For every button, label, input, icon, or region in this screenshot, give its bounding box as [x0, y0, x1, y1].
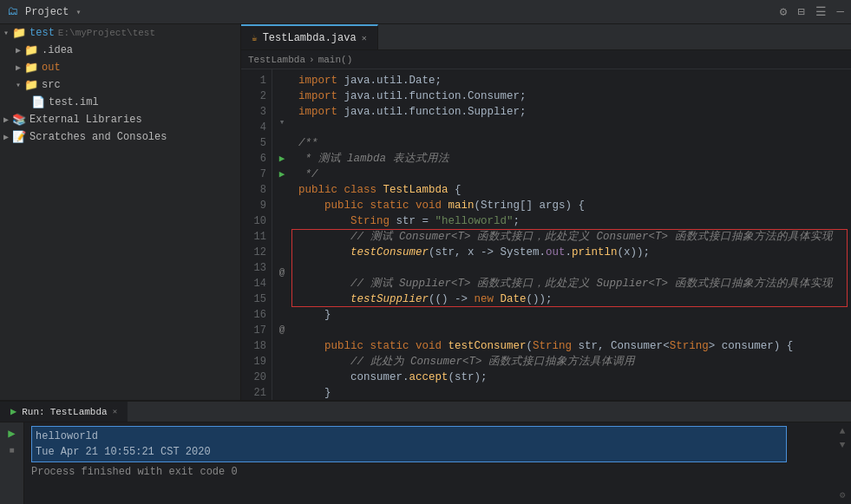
scroll-up-icon[interactable]: ▲ — [840, 426, 846, 436]
line-number-11: 11 — [250, 229, 266, 245]
console-highlighted-block: helloworld Tue Apr 21 10:55:21 CST 2020 — [31, 426, 827, 462]
expand-arrow-idea: ▶ — [16, 45, 21, 56]
line-number-21: 21 — [250, 385, 266, 400]
expand-arrow-ext: ▶ — [3, 115, 9, 125]
code-line-1: import java.util.Date; — [298, 73, 844, 88]
sidebar-label-out: out — [42, 62, 61, 74]
line-number-16: 16 — [250, 307, 266, 323]
code-line-20: consumer.accept(str); — [298, 370, 844, 385]
sidebar-item-external-libraries[interactable]: ▶ 📚 External Libraries — [0, 111, 240, 128]
console-right-panel: ▲ ▼ ⚙ — [834, 422, 851, 504]
code-line-3: import java.util.function.Supplier; — [298, 104, 844, 120]
editor-area: ☕ TestLambda.java ✕ TestLambda › main() … — [241, 24, 851, 400]
run-gutter-icon[interactable]: ▶ — [279, 151, 285, 167]
code-line-4 — [298, 120, 844, 135]
gutter-icons: ▾▶▶@@ — [272, 69, 291, 400]
breadcrumb-class[interactable]: TestLambda — [248, 55, 305, 65]
scroll-down-icon[interactable]: ▼ — [840, 440, 846, 450]
breadcrumb-bar: TestLambda › main() — [241, 50, 851, 69]
bottom-content: ▶ ■ helloworld Tue Apr 21 10:55:21 CST 2… — [0, 422, 851, 504]
exit-message: Process finished with exit code 0 — [31, 464, 827, 480]
expand-arrow-out: ▶ — [16, 62, 21, 73]
line-number-14: 14 — [250, 276, 266, 291]
sidebar-item-out[interactable]: ▶ 📁 out — [0, 59, 240, 76]
title-bar-icons: ⚙ ⊟ ☰ — — [780, 4, 844, 19]
line-number-19: 19 — [250, 354, 266, 370]
sidebar-item-label: test — [29, 27, 55, 39]
code-line-11: // 测试 Consumer<T> 函数式接口，此处定义 Consumer<T>… — [298, 229, 844, 245]
line-numbers: 1234567891011121314151617181920212223242… — [241, 69, 272, 400]
code-line-10: String str = "helloworld"; — [298, 213, 844, 229]
tab-file-icon: ☕ — [252, 32, 258, 43]
bottom-tab-close[interactable]: ✕ — [113, 407, 117, 416]
code-line-19: // 此处为 Consumer<T> 函数式接口抽象方法具体调用 — [298, 354, 844, 370]
expand-arrow-src: ▾ — [16, 80, 21, 90]
sidebar-item-scratches[interactable]: ▶ 📝 Scratches and Consoles — [0, 128, 240, 146]
close-icon[interactable]: — — [837, 4, 844, 19]
bottom-tab-run[interactable]: ▶ Run: TestLambda ✕ — [0, 402, 128, 422]
settings-icon[interactable]: ⚙ — [780, 4, 787, 19]
sidebar-label-ext: External Libraries — [29, 114, 142, 126]
rerun-button[interactable]: ▶ — [8, 426, 15, 441]
sidebar-item-src[interactable]: ▾ 📁 src — [0, 76, 240, 94]
code-line-2: import java.util.function.Consumer; — [298, 88, 844, 104]
sidebar-label-testiml: test.iml — [49, 96, 99, 108]
code-line-15: testSupplier(() -> new Date()); — [298, 291, 844, 307]
console-output: helloworld Tue Apr 21 10:55:21 CST 2020 … — [24, 422, 834, 504]
line-number-9: 9 — [250, 198, 266, 213]
line-number-6: 6 — [250, 151, 266, 167]
run-tab-label: Run: — [22, 407, 44, 417]
output-line-2: Tue Apr 21 10:55:21 CST 2020 — [36, 446, 211, 458]
annotation-icon: @ — [279, 265, 285, 280]
line-number-3: 3 — [250, 104, 266, 120]
tab-close-button[interactable]: ✕ — [362, 33, 367, 43]
line-number-1: 1 — [250, 73, 266, 88]
line-number-18: 18 — [250, 338, 266, 354]
editor-content: 1234567891011121314151617181920212223242… — [241, 69, 851, 400]
stop-button[interactable]: ■ — [9, 446, 14, 455]
expand-arrow-scratch: ▶ — [3, 132, 9, 142]
line-number-12: 12 — [250, 245, 266, 260]
main-layout: ▾ 📁 test E:\myProject\test ▶ 📁 .idea ▶ 📁… — [0, 24, 851, 400]
sidebar-item-testiml[interactable]: 📄 test.iml — [0, 94, 240, 111]
breadcrumb-sep: › — [309, 55, 315, 65]
breadcrumb-method[interactable]: main() — [318, 55, 353, 65]
line-number-15: 15 — [250, 291, 266, 307]
dropdown-arrow[interactable]: ▾ — [75, 7, 81, 17]
fold-icon[interactable]: ▾ — [279, 115, 285, 130]
title-bar: 🗂 Project ▾ ⚙ ⊟ ☰ — — [0, 0, 851, 24]
code-line-7: */ — [298, 167, 844, 182]
settings-small-icon[interactable]: ⚙ — [840, 489, 846, 501]
line-number-7: 7 — [250, 167, 266, 182]
sidebar-item-test[interactable]: ▾ 📁 test E:\myProject\test — [0, 24, 240, 42]
run-gutter-icon[interactable]: ▶ — [279, 167, 285, 182]
line-number-20: 20 — [250, 370, 266, 385]
output-line-1: helloworld — [36, 430, 98, 442]
sidebar-label-scratch: Scratches and Consoles — [29, 131, 167, 143]
line-number-13: 13 — [250, 260, 266, 276]
line-number-2: 2 — [250, 88, 266, 104]
line-number-4: 4 — [250, 120, 266, 135]
code-line-13 — [298, 260, 844, 276]
menu-icon[interactable]: ☰ — [815, 4, 827, 19]
annotation-icon: @ — [279, 322, 285, 337]
code-line-17 — [298, 323, 844, 338]
code-line-12: testConsumer(str, x -> System.out.printl… — [298, 245, 844, 260]
code-line-6: * 测试 lambda 表达式用法 — [298, 151, 844, 167]
project-icon: 🗂 — [7, 5, 18, 18]
code-line-8: public class TestLambda { — [298, 182, 844, 198]
line-number-5: 5 — [250, 135, 266, 151]
tab-testlambda[interactable]: ☕ TestLambda.java ✕ — [241, 24, 378, 49]
code-line-18: public static void testConsumer(String s… — [298, 338, 844, 354]
run-classname: TestLambda — [50, 407, 108, 417]
sidebar-label-src: src — [42, 79, 61, 91]
code-line-14: // 测试 Supplier<T> 函数式接口，此处定义 Supplier<T>… — [298, 276, 844, 291]
line-number-8: 8 — [250, 182, 266, 198]
sidebar-item-idea[interactable]: ▶ 📁 .idea — [0, 42, 240, 59]
code-lines[interactable]: import java.util.Date;import java.util.f… — [291, 69, 851, 400]
sidebar-item-path: E:\myProject\test — [58, 28, 155, 38]
code-line-9: public static void main(String[] args) { — [298, 198, 844, 213]
run-icon: ▶ — [10, 405, 16, 418]
code-line-5: /** — [298, 135, 844, 151]
split-icon[interactable]: ⊟ — [797, 4, 804, 19]
